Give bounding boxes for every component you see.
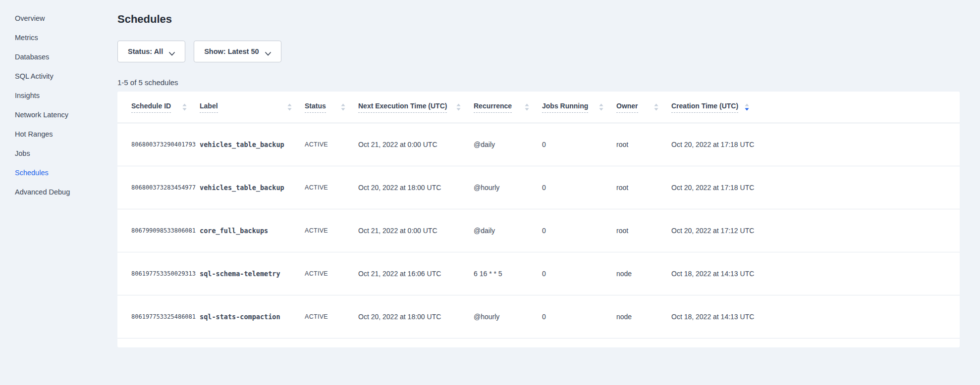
results-count: 1-5 of 5 schedules bbox=[117, 78, 960, 87]
column-header-creation-time[interactable]: Creation Time (UTC) bbox=[671, 102, 946, 113]
cell-status: ACTIVE bbox=[305, 141, 358, 148]
cell-creation-time: Oct 20, 2022 at 17:12 UTC bbox=[671, 227, 946, 235]
column-header-label: Creation Time (UTC) bbox=[671, 102, 738, 113]
cell-status: ACTIVE bbox=[305, 184, 358, 191]
column-header-schedule-id[interactable]: Schedule ID bbox=[131, 102, 200, 113]
cell-next-execution-time: Oct 20, 2022 at 18:00 UTC bbox=[358, 184, 474, 192]
cell-status: ACTIVE bbox=[305, 270, 358, 277]
cell-label: sql-schema-telemetry bbox=[200, 270, 305, 278]
page-title: Schedules bbox=[117, 13, 960, 26]
cell-schedule-id: 806799098533806081 bbox=[131, 227, 200, 234]
sidebar-item-advanced-debug[interactable]: Advanced Debug bbox=[0, 183, 117, 202]
sort-icon[interactable] bbox=[745, 103, 749, 111]
column-header-status[interactable]: Status bbox=[305, 102, 358, 113]
cell-jobs-running: 0 bbox=[542, 141, 616, 148]
column-header-next-execution-time[interactable]: Next Execution Time (UTC) bbox=[358, 102, 474, 113]
cell-recurrence: 6 16 * * 5 bbox=[474, 270, 542, 278]
cell-owner: root bbox=[616, 141, 671, 148]
column-header-label: Schedule ID bbox=[131, 102, 171, 113]
sort-icon[interactable] bbox=[456, 103, 461, 111]
cell-jobs-running: 0 bbox=[542, 270, 616, 278]
sidebar-item-metrics[interactable]: Metrics bbox=[0, 28, 117, 48]
cell-recurrence: @hourly bbox=[474, 184, 542, 192]
sidebar-item-overview[interactable]: Overview bbox=[0, 9, 117, 28]
cell-next-execution-time: Oct 20, 2022 at 18:00 UTC bbox=[358, 313, 474, 321]
cell-schedule-id: 806800373290401793 bbox=[131, 141, 200, 148]
column-header-label: Label bbox=[200, 102, 218, 113]
column-header-label: Owner bbox=[616, 102, 638, 113]
filter-bar: Status: All Show: Latest 50 bbox=[117, 41, 960, 62]
cell-owner: node bbox=[616, 313, 671, 321]
cell-label: vehicles_table_backup bbox=[200, 141, 305, 148]
cell-next-execution-time: Oct 21, 2022 at 16:06 UTC bbox=[358, 270, 474, 278]
cell-creation-time: Oct 18, 2022 at 14:13 UTC bbox=[671, 270, 946, 278]
sort-icon[interactable] bbox=[654, 103, 658, 111]
column-header-label: Status bbox=[305, 102, 326, 113]
cell-schedule-id: 806197753350029313 bbox=[131, 270, 200, 277]
table-row: 806800373283454977vehicles_table_backupA… bbox=[117, 166, 960, 209]
sidebar-nav: OverviewMetricsDatabasesSQL ActivityInsi… bbox=[0, 0, 117, 385]
cell-next-execution-time: Oct 21, 2022 at 0:00 UTC bbox=[358, 141, 474, 148]
sort-icon[interactable] bbox=[182, 103, 187, 111]
table-body: 806800373290401793vehicles_table_backupA… bbox=[117, 123, 960, 338]
table-row: 806197753325486081sql-stats-compactionAC… bbox=[117, 295, 960, 338]
column-header-label: Recurrence bbox=[474, 102, 512, 113]
column-header-jobs-running[interactable]: Jobs Running bbox=[542, 102, 616, 113]
schedules-table-card: Schedule IDLabelStatusNext Execution Tim… bbox=[117, 92, 960, 347]
cell-recurrence: @daily bbox=[474, 227, 542, 235]
cell-creation-time: Oct 20, 2022 at 17:18 UTC bbox=[671, 141, 946, 148]
chevron-down-icon bbox=[265, 49, 271, 53]
table-row: 806197753350029313sql-schema-telemetryAC… bbox=[117, 252, 960, 295]
app-root: OverviewMetricsDatabasesSQL ActivityInsi… bbox=[0, 0, 980, 385]
main-content: Schedules Status: All Show: Latest 50 1-… bbox=[117, 0, 980, 385]
status-filter-dropdown[interactable]: Status: All bbox=[117, 41, 185, 62]
sort-icon[interactable] bbox=[599, 103, 603, 111]
sidebar-item-hot-ranges[interactable]: Hot Ranges bbox=[0, 125, 117, 144]
show-filter-dropdown[interactable]: Show: Latest 50 bbox=[194, 41, 281, 62]
cell-owner: root bbox=[616, 184, 671, 192]
cell-jobs-running: 0 bbox=[542, 313, 616, 321]
cell-label: sql-stats-compaction bbox=[200, 313, 305, 321]
table-row: 806800373290401793vehicles_table_backupA… bbox=[117, 123, 960, 166]
cell-jobs-running: 0 bbox=[542, 184, 616, 192]
status-filter-label: Status: All bbox=[128, 48, 163, 55]
cell-creation-time: Oct 18, 2022 at 14:13 UTC bbox=[671, 313, 946, 321]
sidebar-item-jobs[interactable]: Jobs bbox=[0, 144, 117, 163]
cell-status: ACTIVE bbox=[305, 227, 358, 234]
cell-recurrence: @hourly bbox=[474, 313, 542, 321]
sort-icon[interactable] bbox=[287, 103, 292, 111]
cell-recurrence: @daily bbox=[474, 141, 542, 148]
cell-owner: root bbox=[616, 227, 671, 235]
column-header-recurrence[interactable]: Recurrence bbox=[474, 102, 542, 113]
sidebar-item-databases[interactable]: Databases bbox=[0, 48, 117, 67]
cell-status: ACTIVE bbox=[305, 313, 358, 320]
table-header-row: Schedule IDLabelStatusNext Execution Tim… bbox=[117, 92, 960, 123]
cell-label: vehicles_table_backup bbox=[200, 184, 305, 192]
column-header-owner[interactable]: Owner bbox=[616, 102, 671, 113]
cell-schedule-id: 806800373283454977 bbox=[131, 184, 200, 191]
chevron-down-icon bbox=[169, 49, 175, 53]
sidebar-item-network-latency[interactable]: Network Latency bbox=[0, 105, 117, 125]
cell-owner: node bbox=[616, 270, 671, 278]
table-row: 806799098533806081core_full_backupsACTIV… bbox=[117, 209, 960, 252]
cell-creation-time: Oct 20, 2022 at 17:18 UTC bbox=[671, 184, 946, 192]
cell-next-execution-time: Oct 21, 2022 at 0:00 UTC bbox=[358, 227, 474, 235]
sort-icon[interactable] bbox=[341, 103, 345, 111]
show-filter-label: Show: Latest 50 bbox=[204, 48, 259, 55]
sidebar-item-sql-activity[interactable]: SQL Activity bbox=[0, 67, 117, 86]
sidebar-item-schedules[interactable]: Schedules bbox=[0, 163, 117, 183]
column-header-label: Next Execution Time (UTC) bbox=[358, 102, 447, 113]
cell-label: core_full_backups bbox=[200, 227, 305, 235]
sort-icon[interactable] bbox=[525, 103, 529, 111]
sidebar-item-insights[interactable]: Insights bbox=[0, 86, 117, 105]
column-header-label[interactable]: Label bbox=[200, 102, 305, 113]
cell-jobs-running: 0 bbox=[542, 227, 616, 235]
column-header-label: Jobs Running bbox=[542, 102, 588, 113]
cell-schedule-id: 806197753325486081 bbox=[131, 313, 200, 320]
